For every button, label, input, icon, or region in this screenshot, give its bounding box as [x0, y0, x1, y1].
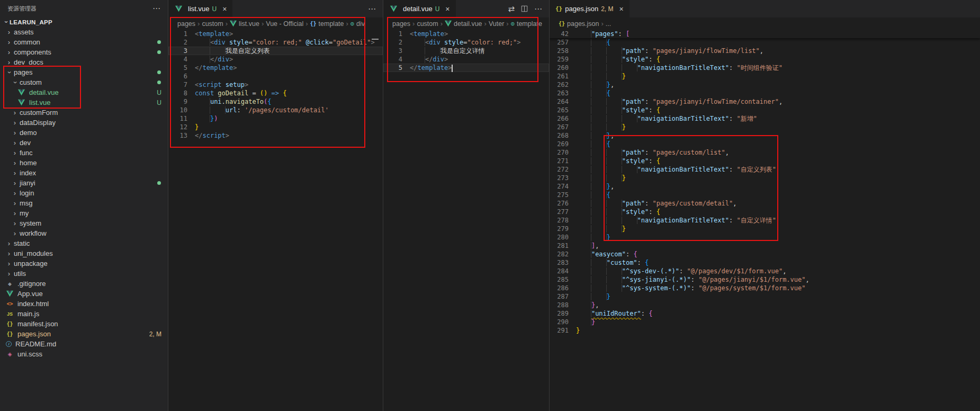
tree-item-utils[interactable]: ›utils: [0, 269, 168, 279]
sticky-scroll-line[interactable]: 42 "pages": [: [550, 30, 980, 38]
code-line[interactable]: 267 }: [550, 123, 980, 131]
code-line[interactable]: 8const goDetail = () => {: [168, 89, 383, 97]
code-line[interactable]: 13</script>: [168, 131, 383, 140]
breadcrumb-item[interactable]: Vue - Official: [266, 20, 303, 28]
code-line[interactable]: 271 "style": {: [550, 157, 980, 165]
code-line[interactable]: 266 "navigationBarTitleText": "新增": [550, 114, 980, 123]
tree-item-dataDisplay[interactable]: ›dataDisplay: [0, 118, 168, 128]
tree-item-detail.vue[interactable]: detail.vueU: [0, 87, 168, 97]
code-line[interactable]: 275 {: [550, 191, 980, 199]
code-line[interactable]: 273 }: [550, 174, 980, 182]
code-line[interactable]: 4 </div>: [168, 55, 383, 64]
breadcrumb-item[interactable]: detail.vue: [445, 20, 482, 28]
code-line[interactable]: 1<template>: [383, 30, 549, 38]
breadcrumb[interactable]: pages›custom›list.vue›Vue - Official›{}t…: [168, 17, 383, 30]
breadcrumb-item[interactable]: pages: [392, 20, 410, 28]
tree-item-list.vue[interactable]: list.vueU: [0, 97, 168, 108]
tab-pages-json[interactable]: {} pages.json 2, M ×: [550, 0, 630, 17]
tree-item-static[interactable]: ›static: [0, 238, 168, 248]
split-editor-icon[interactable]: [521, 5, 528, 12]
code-line[interactable]: 3 我是自定义列表: [168, 47, 383, 55]
tree-item-customForm[interactable]: ›customForm: [0, 108, 168, 118]
code-line[interactable]: 286 "^sys-system-(.*)": "@/pages/system/…: [550, 284, 980, 292]
code-line[interactable]: 262 },: [550, 81, 980, 89]
code-line[interactable]: 272 "navigationBarTitleText": "自定义列表": [550, 165, 980, 174]
code-line[interactable]: 279 }: [550, 225, 980, 233]
breadcrumb-item[interactable]: {}pages.json: [559, 20, 599, 28]
breadcrumb-item[interactable]: ⊙template: [511, 20, 542, 28]
code-line[interactable]: 257 {: [550, 38, 980, 47]
code-line[interactable]: 289 "uniIdRouter": {: [550, 309, 980, 318]
tree-item-login[interactable]: ›login: [0, 188, 168, 198]
code-line[interactable]: 3 我是自定义详情: [383, 47, 549, 55]
tree-item-components[interactable]: ›components: [0, 47, 168, 57]
code-line[interactable]: 276 "path": "pages/custom/detail",: [550, 199, 980, 208]
code-line[interactable]: 5</template>: [168, 64, 383, 72]
code-line[interactable]: 4 </div>: [383, 55, 549, 64]
breadcrumb-item[interactable]: ⊙div: [350, 20, 365, 28]
code-line[interactable]: 2 <div style="color: red;" @click="goDet…: [168, 38, 383, 47]
breadcrumb-item[interactable]: custom: [417, 20, 438, 28]
breadcrumb-item[interactable]: pages: [177, 20, 195, 28]
close-icon[interactable]: ×: [222, 5, 227, 13]
code-line[interactable]: 291}: [550, 326, 980, 335]
code-editor[interactable]: 42 "pages": [257 {258 "path": "pages/jia…: [550, 30, 980, 411]
code-line[interactable]: 260 "navigationBarTitleText": "时间组件验证": [550, 64, 980, 72]
tree-item-manifest.json[interactable]: {}manifest.json: [0, 319, 168, 329]
tree-item-common[interactable]: ›common: [0, 37, 168, 47]
code-line[interactable]: 280 }: [550, 233, 980, 242]
code-line[interactable]: 288 },: [550, 301, 980, 309]
tree-item-dev_docs[interactable]: ›dev_docs: [0, 57, 168, 67]
code-line[interactable]: 290 }: [550, 318, 980, 326]
breadcrumb[interactable]: pages›custom›detail.vue›Vuter›⊙template: [383, 17, 549, 30]
code-line[interactable]: 282 "easycom": {: [550, 250, 980, 258]
code-line[interactable]: 7<script setup>: [168, 81, 383, 89]
tree-item-App.vue[interactable]: App.vue: [0, 289, 168, 299]
tree-item-system[interactable]: ›system: [0, 218, 168, 228]
tree-item-README.md[interactable]: iREADME.md: [0, 339, 168, 349]
code-line[interactable]: 277 "style": {: [550, 208, 980, 216]
code-line[interactable]: 284 "^sys-dev-(.*)": "@/pages/dev/$1/for…: [550, 267, 980, 275]
code-line[interactable]: 11 }): [168, 114, 383, 123]
code-line[interactable]: 10 url: '/pages/custom/detail': [168, 106, 383, 114]
tree-item-.gitignore[interactable]: ◆.gitignore: [0, 279, 168, 289]
code-editor[interactable]: 1<template>2 <div style="color: red;">3 …: [383, 30, 549, 411]
breadcrumb-item[interactable]: {}template: [310, 20, 344, 28]
code-line[interactable]: 268 },: [550, 131, 980, 140]
breadcrumb-item[interactable]: Vuter: [489, 20, 504, 28]
code-line[interactable]: 263 {: [550, 89, 980, 97]
code-line[interactable]: 261 }: [550, 72, 980, 81]
code-line[interactable]: 1<template>: [168, 30, 383, 38]
tab-detail-vue[interactable]: detail.vue U ×: [383, 0, 456, 17]
code-line[interactable]: 265 "style": {: [550, 106, 980, 114]
tree-item-assets[interactable]: ›assets: [0, 27, 168, 37]
code-line[interactable]: 5</template>: [383, 64, 549, 72]
code-line[interactable]: 258 "path": "pages/jianyi/flowTime/list"…: [550, 47, 980, 55]
tree-item-pages.json[interactable]: {}pages.json2, M: [0, 329, 168, 339]
tree-item-custom[interactable]: ›custom: [0, 77, 168, 87]
open-changes-icon[interactable]: ⇄: [508, 4, 515, 14]
code-line[interactable]: 274 },: [550, 182, 980, 191]
code-line[interactable]: 264 "path": "pages/jianyi/flowTime/conta…: [550, 97, 980, 106]
tab-list-vue[interactable]: list.vue U ×: [168, 0, 232, 17]
tree-item-func[interactable]: ›func: [0, 148, 168, 158]
tree-item-uni_modules[interactable]: ›uni_modules: [0, 248, 168, 258]
code-line[interactable]: 281 ],: [550, 242, 980, 250]
code-line[interactable]: 285 "^sys-jianyi-(.*)": "@/pages/jianyi/…: [550, 275, 980, 284]
code-line[interactable]: 287 }: [550, 292, 980, 301]
close-icon[interactable]: ×: [619, 5, 623, 13]
tree-item-demo[interactable]: ›demo: [0, 128, 168, 138]
code-line[interactable]: 9 uni.navigateTo({: [168, 97, 383, 106]
code-line[interactable]: 12}: [168, 123, 383, 131]
tree-item-jianyi[interactable]: ›jianyi: [0, 178, 168, 188]
tree-item-main.js[interactable]: JSmain.js: [0, 309, 168, 319]
tree-item-index[interactable]: ›index: [0, 168, 168, 178]
breadcrumb-item[interactable]: ...: [606, 20, 611, 28]
code-line[interactable]: 259 "style": {: [550, 55, 980, 64]
close-icon[interactable]: ×: [445, 5, 449, 13]
tree-item-msg[interactable]: ›msg: [0, 198, 168, 208]
more-actions-icon[interactable]: ⋯: [152, 4, 160, 13]
code-line[interactable]: 278 "navigationBarTitleText": "自定义详情": [550, 216, 980, 225]
tree-item-pages[interactable]: ›pages: [0, 67, 168, 77]
code-line[interactable]: 269 {: [550, 140, 980, 148]
